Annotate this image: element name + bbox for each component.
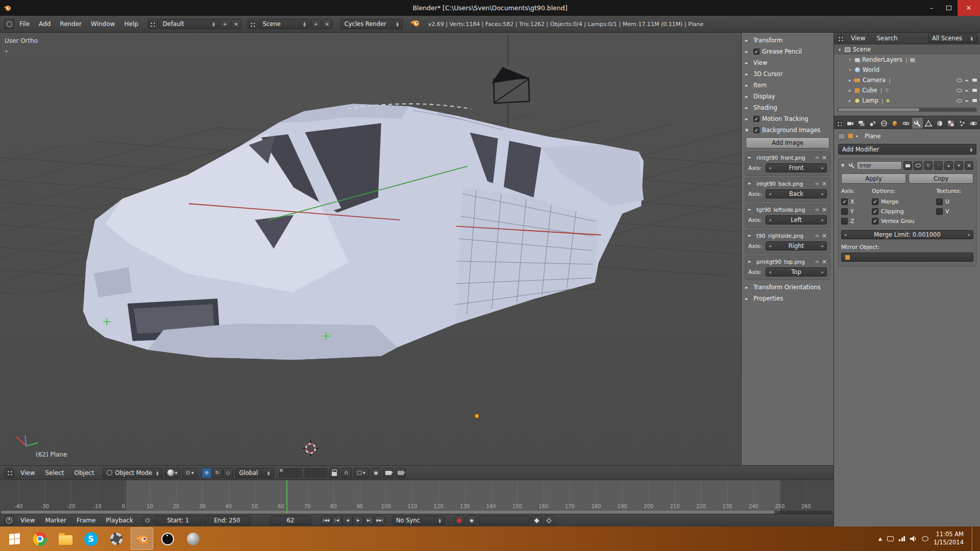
prev-keyframe-button[interactable]: |◀ (332, 516, 342, 525)
expand-icon[interactable]: ► (748, 155, 754, 160)
pivot-dropdown[interactable]: ⊙▼ (182, 468, 198, 478)
sync-dropdown[interactable]: No Sync▲▼ (392, 516, 445, 525)
remove-icon[interactable]: × (822, 180, 827, 187)
expand-icon[interactable]: ► (748, 207, 754, 212)
menu-add[interactable]: Add (35, 20, 55, 28)
minimize-button[interactable]: – (923, 0, 940, 16)
preview-range-button[interactable] (142, 515, 153, 525)
arrow-left-icon[interactable]: ◂ (769, 165, 771, 170)
expand-icon[interactable]: ▸ (847, 98, 852, 103)
shading-dropdown[interactable]: ▼ (165, 468, 180, 478)
remove-icon[interactable]: × (822, 232, 827, 239)
close-button[interactable]: ✕ (958, 0, 980, 16)
current-frame-field[interactable]: 62 (270, 516, 311, 525)
axis-dropdown[interactable]: ◂Left▸ (766, 215, 827, 224)
arrow-right-icon[interactable]: ▸ (821, 269, 824, 274)
remove-icon[interactable]: × (822, 258, 827, 265)
viewport-menu-select[interactable]: Select (41, 469, 68, 477)
outliner-scope-dropdown[interactable]: All Scenes▲▼ (928, 34, 977, 43)
expand-icon[interactable]: ► (748, 233, 754, 238)
render-toggle[interactable] (903, 161, 912, 170)
remove-icon[interactable]: × (822, 154, 827, 161)
panel-3d-cursor[interactable]: ►3D Cursor (742, 68, 834, 80)
cage-toggle[interactable]: ◦ (934, 161, 943, 170)
maximize-button[interactable] (940, 0, 958, 16)
orientation-dropdown[interactable]: Global▲▼ (235, 468, 274, 478)
tab-object[interactable] (890, 118, 900, 129)
visibility-icon[interactable] (957, 79, 962, 82)
expand-icon[interactable]: ► (748, 259, 754, 264)
move-down-button[interactable]: ▾ (954, 161, 963, 170)
arrow-left-icon[interactable]: ◂ (769, 243, 771, 248)
tab-world[interactable] (878, 118, 889, 129)
selectability-icon[interactable]: ► (966, 78, 969, 83)
visibility-icon[interactable] (957, 89, 962, 92)
arrow-right-icon[interactable]: ▸ (821, 165, 824, 170)
texture-u-checkbox[interactable]: ✓U (936, 197, 967, 207)
app-icon[interactable] (3, 0, 12, 16)
editor-type-button[interactable] (4, 515, 14, 525)
play-button[interactable]: ▶ (353, 516, 363, 525)
outliner-menu-view[interactable]: View (847, 35, 869, 42)
play-reverse-button[interactable]: ◀ (342, 516, 353, 525)
arrow-right-icon[interactable]: ▸ (821, 191, 824, 196)
tab-material[interactable] (934, 118, 945, 129)
arrow-left-icon[interactable]: ◂ (844, 232, 847, 237)
record-button[interactable] (454, 515, 464, 525)
outliner-row-lamp[interactable]: ▸Lamp| ► (834, 95, 980, 106)
link-icon[interactable]: ∞ (815, 233, 819, 238)
menu-render[interactable]: Render (56, 20, 86, 28)
info-editor-icon[interactable] (4, 19, 14, 29)
arrow-right-icon[interactable]: ▸ (968, 232, 970, 237)
snap-element-dropdown[interactable]: □▼ (354, 468, 369, 478)
panel-grease-pencil[interactable]: ►✓Grease Pencil (742, 46, 834, 57)
clock[interactable]: 11:05 AM 1/15/2014 (934, 531, 967, 546)
link-icon[interactable]: ∞ (815, 207, 819, 212)
jump-to-end-button[interactable]: ▶▶| (375, 516, 385, 525)
layout-browse-icon[interactable] (148, 19, 158, 29)
taskbar-timer-app[interactable] (156, 528, 179, 550)
editor-type-icon[interactable] (837, 35, 844, 42)
layout-selector[interactable]: Default▲▼ (159, 19, 219, 29)
opengl-render-button[interactable] (383, 468, 394, 478)
render-engine-selector[interactable]: Cycles Render▲▼ (340, 19, 403, 29)
selectability-icon[interactable]: ► (966, 88, 969, 93)
action-center-icon[interactable] (887, 536, 894, 541)
move-up-button[interactable]: ▴ (944, 161, 953, 170)
visibility-icon[interactable] (957, 99, 962, 103)
renderability-icon[interactable] (972, 89, 977, 92)
keying-pulse-button[interactable]: ◉ (467, 515, 477, 525)
frame-start-field[interactable]: Start: 1 (155, 516, 202, 525)
vertex-groups-checkbox[interactable]: ✓Vertex Grou (872, 216, 932, 226)
arrow-left-icon[interactable]: ◂ (769, 217, 771, 222)
panel-motion-tracking[interactable]: ►✓Motion Tracking (742, 113, 834, 124)
texture-v-checkbox[interactable]: ✓V (936, 207, 967, 216)
current-frame-line[interactable] (286, 480, 287, 514)
camera-object[interactable] (492, 67, 529, 103)
panel-transform-orientations[interactable]: ►Transform Orientations (742, 282, 834, 293)
renderability-icon[interactable] (972, 79, 977, 82)
manipulator-rotate-button[interactable]: ↻ (212, 468, 223, 478)
tab-physics[interactable] (968, 118, 978, 129)
menu-file[interactable]: File (15, 20, 34, 28)
selectability-icon[interactable]: ► (966, 98, 969, 103)
outliner-row-camera[interactable]: ▸Camera| ► (834, 75, 980, 85)
taskbar-app[interactable] (182, 528, 204, 550)
taskbar-chrome[interactable] (29, 528, 51, 550)
outliner-row-scene[interactable]: ▾Scene (834, 44, 980, 55)
axis-dropdown[interactable]: ◂Back▸ (766, 189, 827, 198)
jump-to-start-button[interactable]: |◀◀ (321, 516, 331, 525)
tab-scene[interactable] (867, 118, 878, 129)
panel-background-images[interactable]: ▼✓Background Images (742, 124, 834, 136)
arrow-right-icon[interactable]: ▸ (821, 243, 824, 248)
viewport-menu-object[interactable]: Object (70, 469, 99, 477)
frame-end-field[interactable]: End: 250 (204, 516, 251, 525)
scrollbar-thumb[interactable] (838, 108, 919, 111)
tab-render[interactable] (845, 118, 855, 129)
arrow-left-icon[interactable]: ◂ (769, 269, 771, 274)
network-icon[interactable] (899, 536, 905, 541)
taskbar-settings[interactable] (105, 528, 128, 550)
panel-shading[interactable]: ►Shading (742, 102, 834, 113)
link-icon[interactable]: ∞ (815, 155, 819, 160)
timeline-menu-playback[interactable]: Playback (102, 517, 137, 524)
